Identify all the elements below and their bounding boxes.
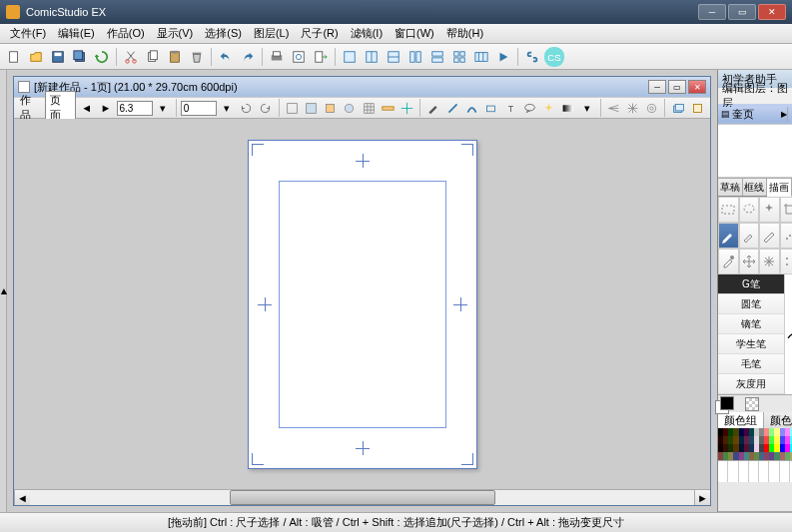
revert-icon[interactable] <box>92 47 112 67</box>
guide-icon[interactable] <box>398 99 415 117</box>
scroll-right-icon[interactable]: ► <box>694 490 710 505</box>
text-tool-icon[interactable]: T <box>501 99 518 117</box>
panel4-icon[interactable] <box>405 47 425 67</box>
tab-draw[interactable]: 描画 <box>767 179 792 197</box>
menu-window[interactable]: 窗口(W) <box>389 24 440 43</box>
layer1-icon[interactable] <box>669 99 686 117</box>
visibility-icon[interactable]: 👁 <box>788 109 792 120</box>
grid-icon[interactable] <box>361 99 378 117</box>
more-tools-icon[interactable]: ▾ <box>578 99 595 117</box>
airbrush-tool-icon[interactable] <box>780 223 793 249</box>
scroll-thumb[interactable] <box>230 490 495 505</box>
panel1-icon[interactable] <box>340 47 360 67</box>
redo-icon[interactable] <box>238 47 258 67</box>
play-icon[interactable] <box>493 47 513 67</box>
view4-icon[interactable] <box>341 99 358 117</box>
gradient-tool-icon[interactable] <box>559 99 576 117</box>
save-icon[interactable] <box>48 47 68 67</box>
marquee-tool-icon[interactable] <box>718 197 739 223</box>
menu-select[interactable]: 选择(S) <box>199 24 248 43</box>
menu-work[interactable]: 作品(O) <box>101 24 151 43</box>
paste-icon[interactable] <box>165 47 185 67</box>
line-tool-icon[interactable] <box>444 99 461 117</box>
eyedropper-tool-icon[interactable] <box>718 249 739 274</box>
transparent-swatch[interactable] <box>745 397 759 411</box>
speed1-icon[interactable] <box>605 99 622 117</box>
panel7-icon[interactable] <box>471 47 491 67</box>
brush-kabura[interactable]: 镝笔 <box>718 314 784 334</box>
shape-tool-icon[interactable] <box>482 99 499 117</box>
menu-layer[interactable]: 图层(L) <box>248 24 295 43</box>
frame-timeline[interactable] <box>718 460 792 482</box>
move-tool-icon[interactable] <box>739 249 760 274</box>
new-icon[interactable] <box>4 47 24 67</box>
curve-tool-icon[interactable] <box>463 99 480 117</box>
layer-row-master[interactable]: ▤ 奎页 ▶ 👁 图层 <box>718 104 792 124</box>
cut-icon[interactable] <box>121 47 141 67</box>
rotate-dropdown-icon[interactable]: ▾ <box>219 99 236 117</box>
menu-filter[interactable]: 滤镜(I) <box>345 24 389 43</box>
crop-tool-icon[interactable] <box>780 197 793 223</box>
left-gutter[interactable]: ▶ <box>0 70 7 512</box>
preview-icon[interactable] <box>289 47 309 67</box>
brush-maru[interactable]: 圆笔 <box>718 294 784 314</box>
balloon-tool-icon[interactable] <box>521 99 538 117</box>
open-icon[interactable] <box>26 47 46 67</box>
copy-icon[interactable] <box>143 47 163 67</box>
tab-line[interactable]: 框线 <box>743 179 768 196</box>
rotate-input[interactable] <box>181 101 217 116</box>
zoom-input[interactable] <box>117 101 153 116</box>
burst-tool-icon[interactable] <box>759 249 780 274</box>
speed3-icon[interactable] <box>643 99 660 117</box>
scrollbar-horizontal[interactable]: ◄ ► <box>14 489 710 505</box>
wand-tool-icon[interactable] <box>759 197 780 223</box>
doc-close-button[interactable]: ✕ <box>688 80 706 94</box>
maximize-button[interactable]: ▭ <box>728 4 756 20</box>
panel6-icon[interactable] <box>449 47 469 67</box>
menu-view[interactable]: 显示(V) <box>151 24 200 43</box>
tab-color-set[interactable]: 颜色组 <box>718 412 764 428</box>
rotate-cw-icon[interactable] <box>257 99 274 117</box>
saveall-icon[interactable] <box>70 47 90 67</box>
view3-icon[interactable] <box>322 99 339 117</box>
brush-gray[interactable]: 灰度用 <box>718 374 784 394</box>
page-prev-icon[interactable]: ◄ <box>78 99 95 117</box>
canvas[interactable] <box>14 119 710 489</box>
tab-sketch[interactable]: 草稿 <box>718 179 743 196</box>
panel3-icon[interactable] <box>384 47 403 67</box>
brush-g[interactable]: G笔 <box>718 274 784 294</box>
pen-tool-icon[interactable] <box>718 223 739 249</box>
pen-tool-icon[interactable] <box>424 99 441 117</box>
menu-edit[interactable]: 编辑(E) <box>52 24 101 43</box>
scroll-left-icon[interactable]: ◄ <box>14 490 30 505</box>
panel2-icon[interactable] <box>362 47 382 67</box>
zoom-dropdown-icon[interactable]: ▾ <box>155 99 172 117</box>
ruler-icon[interactable] <box>380 99 396 117</box>
panel5-icon[interactable] <box>427 47 447 67</box>
brush-brush[interactable]: 毛笔 <box>718 354 784 374</box>
print-icon[interactable] <box>267 47 287 67</box>
close-button[interactable]: ✕ <box>758 4 786 20</box>
link-icon[interactable] <box>522 47 542 67</box>
help-icon[interactable]: CS <box>544 47 564 67</box>
expand-icon[interactable]: ▤ <box>721 109 730 119</box>
pattern-tool-icon[interactable] <box>780 249 793 274</box>
speed2-icon[interactable] <box>624 99 641 117</box>
brush-school[interactable]: 学生笔 <box>718 334 784 354</box>
tab-color-detail[interactable]: 颜色详细 <box>764 412 792 428</box>
menu-ruler[interactable]: 尺子(R) <box>295 24 344 43</box>
rotate-ccw-icon[interactable] <box>238 99 255 117</box>
delete-icon[interactable] <box>187 47 207 67</box>
lasso-tool-icon[interactable] <box>739 197 760 223</box>
doc-maximize-button[interactable]: ▭ <box>668 80 686 94</box>
view2-icon[interactable] <box>303 99 320 117</box>
layer-list[interactable] <box>718 124 792 178</box>
minimize-button[interactable]: ─ <box>698 4 726 20</box>
page-next-icon[interactable]: ► <box>97 99 114 117</box>
effect-tool-icon[interactable] <box>540 99 557 117</box>
view1-icon[interactable] <box>284 99 301 117</box>
menu-file[interactable]: 文件(F) <box>4 24 52 43</box>
layer2-icon[interactable] <box>689 99 706 117</box>
doc-minimize-button[interactable]: ─ <box>648 80 666 94</box>
export-icon[interactable] <box>311 47 331 67</box>
